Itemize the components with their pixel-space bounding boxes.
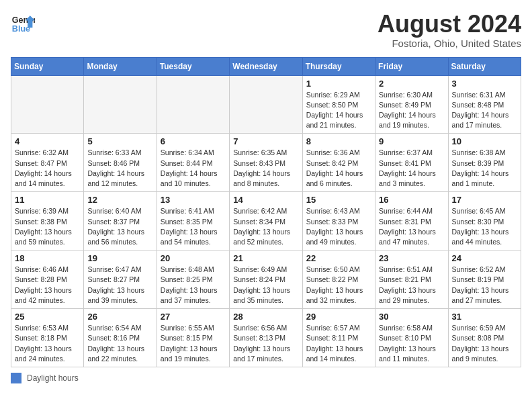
day-info: Sunrise: 6:58 AM Sunset: 8:10 PM Dayligh… xyxy=(379,323,444,364)
day-number: 19 xyxy=(87,253,152,263)
table-row: 20Sunrise: 6:48 AM Sunset: 8:25 PM Dayli… xyxy=(157,250,229,309)
table-row: 8Sunrise: 6:36 AM Sunset: 8:42 PM Daylig… xyxy=(302,134,375,192)
day-number: 23 xyxy=(379,253,444,263)
day-number: 25 xyxy=(15,312,80,322)
day-number: 22 xyxy=(306,253,371,263)
day-number: 20 xyxy=(161,253,226,263)
table-row: 30Sunrise: 6:58 AM Sunset: 8:10 PM Dayli… xyxy=(375,309,448,367)
day-number: 5 xyxy=(87,136,152,146)
calendar-header-row: SundayMondayTuesdayWednesdayThursdayFrid… xyxy=(11,57,521,75)
day-number: 21 xyxy=(233,253,298,263)
table-row: 9Sunrise: 6:37 AM Sunset: 8:41 PM Daylig… xyxy=(375,134,448,192)
table-row: 18Sunrise: 6:46 AM Sunset: 8:28 PM Dayli… xyxy=(11,250,84,309)
table-row: 5Sunrise: 6:33 AM Sunset: 8:46 PM Daylig… xyxy=(84,134,157,192)
day-info: Sunrise: 6:41 AM Sunset: 8:35 PM Dayligh… xyxy=(161,206,226,247)
calendar-week-row: 25Sunrise: 6:53 AM Sunset: 8:18 PM Dayli… xyxy=(11,309,521,367)
table-row: 11Sunrise: 6:39 AM Sunset: 8:38 PM Dayli… xyxy=(11,192,84,250)
calendar-day-header: Tuesday xyxy=(157,57,229,75)
calendar-week-row: 11Sunrise: 6:39 AM Sunset: 8:38 PM Dayli… xyxy=(11,192,521,250)
day-number: 31 xyxy=(452,312,517,322)
day-number: 3 xyxy=(452,79,517,89)
calendar-day-header: Saturday xyxy=(448,57,521,75)
calendar-day-header: Monday xyxy=(84,57,157,75)
calendar-week-row: 18Sunrise: 6:46 AM Sunset: 8:28 PM Dayli… xyxy=(11,250,521,309)
table-row: 3Sunrise: 6:31 AM Sunset: 8:48 PM Daylig… xyxy=(448,75,521,134)
day-info: Sunrise: 6:53 AM Sunset: 8:18 PM Dayligh… xyxy=(15,323,80,364)
table-row: 26Sunrise: 6:54 AM Sunset: 8:16 PM Dayli… xyxy=(84,309,157,367)
table-row: 29Sunrise: 6:57 AM Sunset: 8:11 PM Dayli… xyxy=(302,309,375,367)
day-info: Sunrise: 6:40 AM Sunset: 8:37 PM Dayligh… xyxy=(87,206,152,247)
day-info: Sunrise: 6:30 AM Sunset: 8:49 PM Dayligh… xyxy=(379,90,444,131)
day-number: 4 xyxy=(15,136,80,146)
page-header: General Blue August 2024 Fostoria, Ohio,… xyxy=(11,11,521,49)
day-info: Sunrise: 6:45 AM Sunset: 8:30 PM Dayligh… xyxy=(452,206,517,247)
day-info: Sunrise: 6:46 AM Sunset: 8:28 PM Dayligh… xyxy=(15,265,80,306)
day-number: 29 xyxy=(306,312,371,322)
day-number: 18 xyxy=(15,253,80,263)
table-row: 12Sunrise: 6:40 AM Sunset: 8:37 PM Dayli… xyxy=(84,192,157,250)
month-title: August 2024 xyxy=(378,11,521,38)
calendar-day-header: Thursday xyxy=(302,57,375,75)
day-info: Sunrise: 6:47 AM Sunset: 8:27 PM Dayligh… xyxy=(87,265,152,306)
table-row: 10Sunrise: 6:38 AM Sunset: 8:39 PM Dayli… xyxy=(448,134,521,192)
table-row: 13Sunrise: 6:41 AM Sunset: 8:35 PM Dayli… xyxy=(157,192,229,250)
table-row: 31Sunrise: 6:59 AM Sunset: 8:08 PM Dayli… xyxy=(448,309,521,367)
calendar-day-header: Sunday xyxy=(11,57,84,75)
day-info: Sunrise: 6:44 AM Sunset: 8:31 PM Dayligh… xyxy=(379,206,444,247)
day-info: Sunrise: 6:31 AM Sunset: 8:48 PM Dayligh… xyxy=(452,90,517,131)
table-row: 4Sunrise: 6:32 AM Sunset: 8:47 PM Daylig… xyxy=(11,134,84,192)
table-row xyxy=(11,75,84,134)
table-row: 6Sunrise: 6:34 AM Sunset: 8:44 PM Daylig… xyxy=(157,134,229,192)
day-number: 1 xyxy=(306,79,371,89)
table-row xyxy=(84,75,157,134)
table-row: 14Sunrise: 6:42 AM Sunset: 8:34 PM Dayli… xyxy=(230,192,302,250)
table-row: 2Sunrise: 6:30 AM Sunset: 8:49 PM Daylig… xyxy=(375,75,448,134)
calendar-week-row: 4Sunrise: 6:32 AM Sunset: 8:47 PM Daylig… xyxy=(11,134,521,192)
table-row xyxy=(230,75,302,134)
day-number: 8 xyxy=(306,136,371,146)
day-number: 27 xyxy=(161,312,226,322)
day-number: 17 xyxy=(452,195,517,205)
logo-icon: General Blue xyxy=(11,11,35,35)
day-info: Sunrise: 6:48 AM Sunset: 8:25 PM Dayligh… xyxy=(161,265,226,306)
day-number: 9 xyxy=(379,136,444,146)
day-number: 7 xyxy=(233,136,298,146)
logo: General Blue xyxy=(11,11,35,35)
calendar-table: SundayMondayTuesdayWednesdayThursdayFrid… xyxy=(11,57,521,367)
table-row: 28Sunrise: 6:56 AM Sunset: 8:13 PM Dayli… xyxy=(230,309,302,367)
svg-text:Blue: Blue xyxy=(12,24,30,34)
day-info: Sunrise: 6:59 AM Sunset: 8:08 PM Dayligh… xyxy=(452,323,517,364)
title-block: August 2024 Fostoria, Ohio, United State… xyxy=(378,11,521,49)
day-number: 30 xyxy=(379,312,444,322)
day-info: Sunrise: 6:35 AM Sunset: 8:43 PM Dayligh… xyxy=(233,148,298,189)
day-number: 13 xyxy=(161,195,226,205)
calendar-week-row: 1Sunrise: 6:29 AM Sunset: 8:50 PM Daylig… xyxy=(11,75,521,134)
table-row: 24Sunrise: 6:52 AM Sunset: 8:19 PM Dayli… xyxy=(448,250,521,309)
day-info: Sunrise: 6:49 AM Sunset: 8:24 PM Dayligh… xyxy=(233,265,298,306)
day-number: 6 xyxy=(161,136,226,146)
day-info: Sunrise: 6:55 AM Sunset: 8:15 PM Dayligh… xyxy=(161,323,226,364)
day-info: Sunrise: 6:52 AM Sunset: 8:19 PM Dayligh… xyxy=(452,265,517,306)
day-info: Sunrise: 6:39 AM Sunset: 8:38 PM Dayligh… xyxy=(15,206,80,247)
calendar-day-header: Wednesday xyxy=(230,57,302,75)
day-info: Sunrise: 6:42 AM Sunset: 8:34 PM Dayligh… xyxy=(233,206,298,247)
legend-label: Daylight hours xyxy=(27,373,79,383)
table-row: 17Sunrise: 6:45 AM Sunset: 8:30 PM Dayli… xyxy=(448,192,521,250)
day-number: 28 xyxy=(233,312,298,322)
table-row xyxy=(157,75,229,134)
day-number: 12 xyxy=(87,195,152,205)
legend-box xyxy=(11,373,21,383)
day-number: 10 xyxy=(452,136,517,146)
table-row: 21Sunrise: 6:49 AM Sunset: 8:24 PM Dayli… xyxy=(230,250,302,309)
day-number: 14 xyxy=(233,195,298,205)
day-number: 24 xyxy=(452,253,517,263)
day-number: 16 xyxy=(379,195,444,205)
day-info: Sunrise: 6:57 AM Sunset: 8:11 PM Dayligh… xyxy=(306,323,371,364)
day-info: Sunrise: 6:38 AM Sunset: 8:39 PM Dayligh… xyxy=(452,148,517,189)
day-info: Sunrise: 6:32 AM Sunset: 8:47 PM Dayligh… xyxy=(15,148,80,189)
table-row: 22Sunrise: 6:50 AM Sunset: 8:22 PM Dayli… xyxy=(302,250,375,309)
footer: Daylight hours xyxy=(11,373,521,383)
day-number: 15 xyxy=(306,195,371,205)
day-info: Sunrise: 6:37 AM Sunset: 8:41 PM Dayligh… xyxy=(379,148,444,189)
table-row: 1Sunrise: 6:29 AM Sunset: 8:50 PM Daylig… xyxy=(302,75,375,134)
